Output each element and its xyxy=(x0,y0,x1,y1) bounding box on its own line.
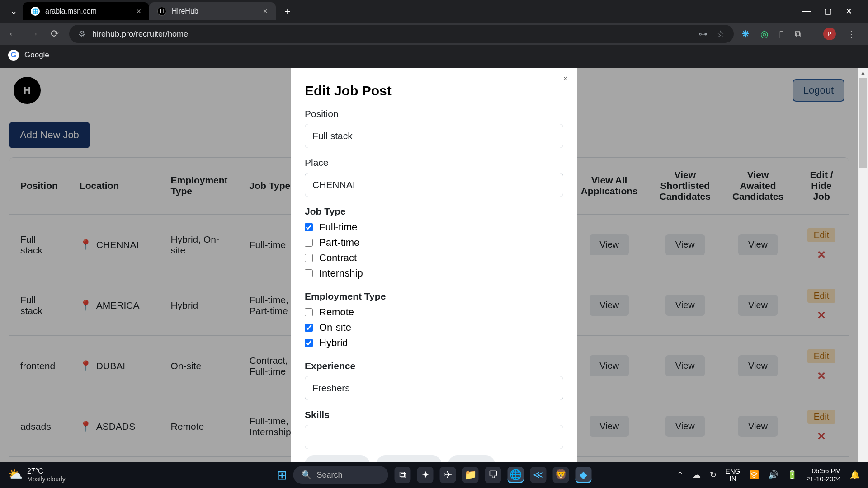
extension-icon[interactable]: ❋ xyxy=(742,28,750,39)
file-explorer-icon[interactable]: 📁 xyxy=(462,467,479,483)
onedrive-icon[interactable]: ☁ xyxy=(693,470,701,480)
extensions-puzzle-icon[interactable]: ⧉ xyxy=(795,29,801,39)
checkbox[interactable] xyxy=(305,223,313,231)
option-label: Hybrid xyxy=(319,337,348,349)
battery-icon[interactable]: 🔋 xyxy=(787,470,797,480)
option-label: Part-time xyxy=(319,237,359,249)
separator xyxy=(812,28,812,39)
reload-icon[interactable]: ⟳ xyxy=(48,28,61,40)
back-icon[interactable]: ← xyxy=(7,28,19,40)
start-icon[interactable]: ⊞ xyxy=(277,468,287,483)
weather-temp: 27°C xyxy=(27,467,66,475)
site-favicon: H xyxy=(157,7,166,16)
clock[interactable]: 06:56 PM 21-10-2024 xyxy=(806,467,841,483)
skills-label: Skills xyxy=(305,409,563,420)
app-icon[interactable]: ◆ xyxy=(576,467,592,483)
skills-input[interactable] xyxy=(305,425,563,449)
search-icon: 🔍 xyxy=(302,470,311,480)
extension-icon[interactable]: ◎ xyxy=(760,28,768,39)
experience-label: Experience xyxy=(305,361,563,371)
checkbox[interactable] xyxy=(305,254,313,262)
place-label: Place xyxy=(305,157,563,168)
checkbox[interactable] xyxy=(305,239,313,247)
browser-tab-hirehub[interactable]: H HireHub × xyxy=(149,2,276,20)
forward-icon[interactable]: → xyxy=(28,28,40,40)
language-indicator[interactable]: ENG IN xyxy=(726,468,741,483)
address-bar[interactable]: ⚙ hirehub.pro/recruiter/home ⊶ ☆ xyxy=(69,25,734,43)
option-label: Internship xyxy=(319,267,363,279)
bookmark-star-icon[interactable]: ☆ xyxy=(717,28,725,39)
vscode-icon[interactable]: ≪ xyxy=(530,467,547,483)
bookmark-item[interactable]: Google xyxy=(24,51,49,60)
job-type-option[interactable]: Full-time xyxy=(305,221,563,233)
employment-type-label: Employment Type xyxy=(305,291,563,302)
place-input[interactable] xyxy=(305,173,563,197)
telegram-icon[interactable]: ✈ xyxy=(440,467,456,483)
close-icon[interactable]: × xyxy=(136,7,141,16)
maximize-icon[interactable]: ▢ xyxy=(824,6,832,16)
chevron-up-icon[interactable]: ⌃ xyxy=(677,470,684,480)
position-label: Position xyxy=(305,108,563,119)
scroll-up-icon[interactable]: ▲ xyxy=(858,68,868,78)
experience-input[interactable] xyxy=(305,376,563,400)
close-icon[interactable]: × xyxy=(263,7,268,16)
profile-avatar-icon[interactable]: P xyxy=(823,28,836,40)
tab-list-dropdown-icon[interactable]: ⌄ xyxy=(5,6,23,16)
job-type-option[interactable]: Contract xyxy=(305,252,563,264)
volume-icon[interactable]: 🔊 xyxy=(768,470,778,480)
weather-desc: Mostly cloudy xyxy=(27,475,66,483)
option-label: Remote xyxy=(319,306,354,318)
globe-icon: 🌐 xyxy=(31,7,40,16)
wifi-icon[interactable]: 🛜 xyxy=(749,470,759,480)
checkbox[interactable] xyxy=(305,324,313,332)
option-label: Full-time xyxy=(319,221,357,233)
option-label: On-site xyxy=(319,322,351,333)
job-type-option[interactable]: Part-time xyxy=(305,237,563,249)
close-window-icon[interactable]: ✕ xyxy=(845,6,852,16)
discord-icon[interactable]: 🗨 xyxy=(485,467,501,483)
search-placeholder: Search xyxy=(317,470,343,480)
chrome-icon[interactable]: 🌐 xyxy=(508,467,524,483)
minimize-icon[interactable]: — xyxy=(802,6,811,16)
employment-type-option[interactable]: Remote xyxy=(305,306,563,318)
edit-job-modal: × Edit Job Post Position Place Job Type … xyxy=(291,68,577,488)
sync-icon[interactable]: ↻ xyxy=(710,470,717,480)
new-tab-button[interactable]: ＋ xyxy=(276,5,299,18)
browser-tab-arabia[interactable]: 🌐 arabia.msn.com × xyxy=(23,2,149,20)
option-label: Contract xyxy=(319,252,357,264)
job-type-label: Job Type xyxy=(305,206,563,217)
employment-type-option[interactable]: On-site xyxy=(305,322,563,333)
checkbox[interactable] xyxy=(305,269,313,277)
google-favicon: G xyxy=(8,50,19,61)
weather-icon: ⛅ xyxy=(8,468,23,482)
copilot-icon[interactable]: ✦ xyxy=(417,467,434,483)
job-type-option[interactable]: Internship xyxy=(305,267,563,279)
taskview-icon[interactable]: ⧉ xyxy=(395,467,411,483)
windows-taskbar: ⛅ 27°C Mostly cloudy ⊞ 🔍 Search ⧉ ✦ ✈ 📁 … xyxy=(0,462,868,488)
position-input[interactable] xyxy=(305,124,563,148)
checkbox[interactable] xyxy=(305,308,313,316)
password-key-icon[interactable]: ⊶ xyxy=(698,28,708,39)
kebab-menu-icon[interactable]: ⋮ xyxy=(847,28,856,39)
extension-icon[interactable]: ▯ xyxy=(779,28,784,39)
checkbox[interactable] xyxy=(305,339,313,347)
modal-title: Edit Job Post xyxy=(305,83,563,99)
page-scrollbar[interactable]: ▲ ▼ xyxy=(858,68,868,488)
close-icon[interactable]: × xyxy=(563,74,568,84)
brave-icon[interactable]: 🦁 xyxy=(553,467,569,483)
weather-widget[interactable]: ⛅ 27°C Mostly cloudy xyxy=(0,467,66,483)
tab-title: HireHub xyxy=(172,7,198,15)
site-settings-icon[interactable]: ⚙ xyxy=(78,29,85,39)
notifications-icon[interactable]: 🔔 xyxy=(850,470,860,480)
employment-type-option[interactable]: Hybrid xyxy=(305,337,563,349)
scrollbar-thumb[interactable] xyxy=(859,78,867,168)
url-text: hirehub.pro/recruiter/home xyxy=(92,29,188,39)
tab-title: arabia.msn.com xyxy=(45,7,97,15)
taskbar-search[interactable]: 🔍 Search xyxy=(293,466,388,484)
